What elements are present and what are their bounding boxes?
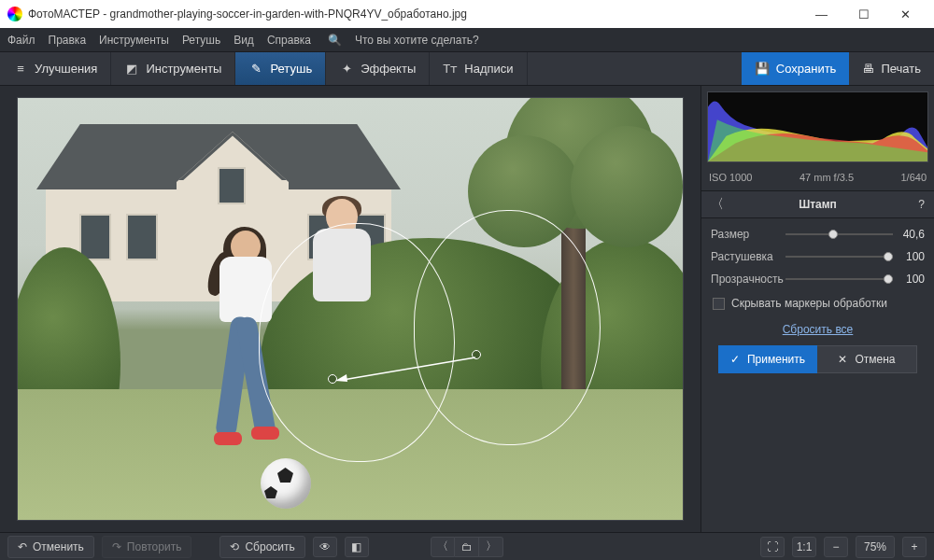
search-input[interactable]: Что вы хотите сделать?: [355, 34, 479, 47]
feather-slider[interactable]: [785, 250, 893, 263]
zoom-out-button[interactable]: −: [824, 537, 848, 557]
zoom-in-button[interactable]: +: [902, 537, 927, 557]
reset-icon: ⟲: [230, 540, 239, 553]
feather-label: Растушевка: [711, 250, 785, 263]
actual-size-button[interactable]: 1:1: [792, 537, 816, 557]
menu-tools[interactable]: Инструменты: [99, 34, 169, 47]
help-icon[interactable]: ?: [918, 198, 925, 211]
tab-effects[interactable]: ✦Эффекты: [326, 52, 430, 85]
redo-icon: ↷: [112, 540, 121, 553]
stamp-source-outline[interactable]: [414, 210, 601, 445]
size-label: Размер: [711, 228, 785, 241]
file-name: grandmother-playing-soccer-in-garden-wit…: [110, 7, 467, 21]
open-folder-button[interactable]: 🗀: [455, 537, 479, 557]
tabbar: ≡Улучшения ◩Инструменты ✎Ретушь ✦Эффекты…: [0, 52, 934, 86]
x-icon: ✕: [838, 353, 847, 366]
menu-file[interactable]: Файл: [7, 34, 35, 47]
minimize-button[interactable]: —: [800, 0, 842, 28]
tab-retouch[interactable]: ✎Ретушь: [235, 52, 326, 85]
redo-button[interactable]: ↷Повторить: [102, 536, 192, 558]
brush-icon: ✎: [248, 62, 263, 77]
tab-tools[interactable]: ◩Инструменты: [111, 52, 235, 85]
file-nav: 〈 🗀 〉: [431, 537, 503, 557]
hide-markers-checkbox[interactable]: Скрывать маркеры обработки: [711, 295, 925, 317]
sidebar: ISO 1000 47 mm f/3.5 1/640 〈 Штамп ? Раз…: [700, 86, 934, 532]
menubar: Файл Правка Инструменты Ретушь Вид Справ…: [0, 28, 934, 52]
panel-title: Штамп: [799, 198, 837, 211]
cancel-button[interactable]: ✕Отмена: [817, 345, 917, 373]
feather-value: 100: [893, 250, 925, 263]
minus-icon: −: [832, 540, 839, 553]
size-value: 40,6: [893, 228, 925, 241]
iso-value: ISO 1000: [709, 172, 752, 183]
app-logo-icon: [7, 7, 22, 21]
exif-meta: ISO 1000 47 mm f/3.5 1/640: [701, 168, 934, 190]
apply-button[interactable]: ✓Применить: [718, 345, 817, 373]
wand-icon: ✦: [339, 62, 354, 77]
print-button[interactable]: 🖶Печать: [849, 52, 934, 85]
fit-icon: ⛶: [767, 540, 778, 553]
menu-view[interactable]: Вид: [234, 34, 254, 47]
fit-screen-button[interactable]: ⛶: [760, 537, 785, 557]
menu-help[interactable]: Справка: [267, 34, 311, 47]
preview-toggle-button[interactable]: 👁: [313, 537, 337, 557]
window-title: ФотоМАСТЕР - grandmother-playing-soccer-…: [28, 7, 800, 21]
reset-button[interactable]: ⟲Сбросить: [219, 536, 304, 558]
check-icon: ✓: [730, 353, 740, 366]
search-icon: 🔍: [328, 34, 342, 47]
svg-marker-1: [335, 374, 347, 382]
menu-retouch[interactable]: Ретушь: [182, 34, 220, 47]
bottombar: ↶Отменить ↷Повторить ⟲Сбросить 👁 ◧ 〈 🗀 〉…: [0, 532, 934, 560]
print-icon: 🖶: [862, 62, 874, 76]
undo-button[interactable]: ↶Отменить: [7, 536, 94, 558]
next-file-button[interactable]: 〉: [479, 537, 503, 557]
opacity-label: Прозрачность: [711, 273, 785, 286]
crop-icon: ◩: [124, 62, 139, 77]
folder-icon: 🗀: [461, 540, 473, 553]
image-canvas[interactable]: [17, 97, 684, 521]
panel-header: 〈 Штамп ?: [701, 190, 934, 218]
compare-icon: ◧: [351, 540, 361, 553]
zoom-level[interactable]: 75%: [856, 536, 895, 558]
menu-edit[interactable]: Правка: [49, 34, 87, 47]
tab-enhance[interactable]: ≡Улучшения: [0, 52, 111, 85]
size-slider[interactable]: [785, 228, 893, 241]
undo-icon: ↶: [18, 540, 27, 553]
canvas-area: [0, 86, 700, 532]
compare-button[interactable]: ◧: [345, 537, 369, 557]
sliders-icon: ≡: [13, 62, 28, 77]
checkbox-icon: [713, 298, 725, 310]
opacity-value: 100: [893, 273, 925, 286]
prev-file-button[interactable]: 〈: [431, 537, 455, 557]
histogram: [707, 91, 928, 162]
stamp-link-arrow: [335, 356, 477, 382]
app-name: ФотоМАСТЕР: [28, 7, 100, 21]
plus-icon: +: [911, 540, 917, 553]
svg-line-0: [343, 357, 475, 380]
reset-all-link[interactable]: Сбросить все: [783, 323, 854, 336]
save-icon: 💾: [755, 62, 770, 76]
close-button[interactable]: ✕: [884, 0, 927, 28]
text-icon: Tᴛ: [443, 62, 458, 77]
eye-icon: 👁: [319, 540, 331, 553]
titlebar: ФотоМАСТЕР - grandmother-playing-soccer-…: [0, 0, 934, 28]
tab-text[interactable]: TᴛНадписи: [430, 52, 527, 85]
lens-value: 47 mm f/3.5: [800, 172, 854, 183]
save-button[interactable]: 💾Сохранить: [742, 52, 850, 85]
shutter-value: 1/640: [900, 172, 927, 183]
back-icon[interactable]: 〈: [711, 196, 724, 213]
opacity-slider[interactable]: [785, 273, 893, 286]
hide-markers-label: Скрывать маркеры обработки: [731, 297, 887, 310]
maximize-button[interactable]: ☐: [842, 0, 884, 28]
